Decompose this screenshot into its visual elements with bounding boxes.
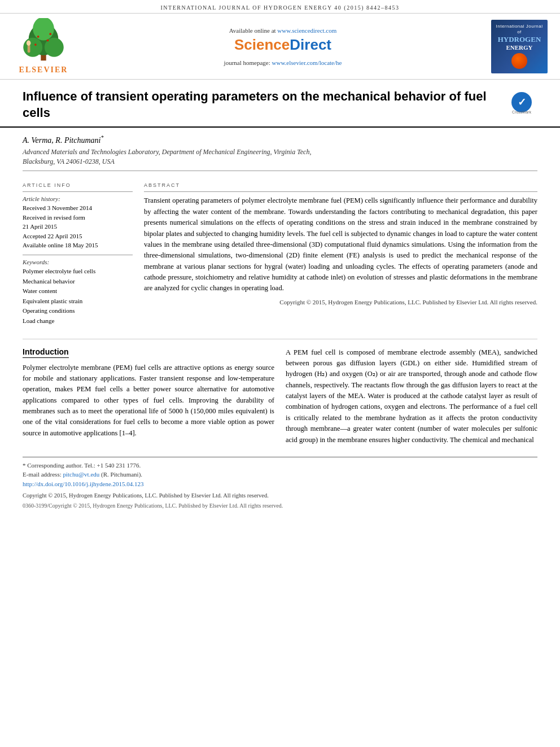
svg-point-9 <box>34 43 37 46</box>
footer-copyright: Copyright © 2015, Hydrogen Energy Public… <box>0 488 560 500</box>
authors-names: A. Verma, R. Pitchumani* <box>23 134 537 145</box>
keyword-6: Load change <box>23 316 133 326</box>
elsevier-logo-area: ELSEVIER <box>7 18 80 75</box>
keywords-label: Keywords: <box>23 259 133 265</box>
received-revised-date: 21 April 2015 <box>23 222 133 231</box>
received1: Received 3 November 2014 <box>23 203 133 213</box>
journal-badge: International Journal of HYDROGEN ENERGY <box>491 20 548 73</box>
sciencedirect-link[interactable]: www.sciencedirect.com <box>277 27 336 34</box>
abstract-text: Transient operating parameters of polyme… <box>144 195 537 294</box>
intro-left-text: Polymer electrolyte membrane (PEM) fuel … <box>23 362 274 439</box>
crossmark-icon: ✓ CrossMark <box>506 91 537 116</box>
footer-notes: * Corresponding author. Tel.: +1 540 231… <box>0 461 560 489</box>
abstract-col: ABSTRACT Transient operating parameters … <box>144 182 537 330</box>
available-online-date: Available online 18 May 2015 <box>23 241 133 250</box>
sciencedirect-logo-text: ScienceDirect <box>234 36 331 54</box>
homepage-line: journal homepage: www.elsevier.com/locat… <box>224 59 342 66</box>
elsevier-tree-icon <box>15 18 72 63</box>
banner-center: Available online at www.sciencedirect.co… <box>85 18 481 75</box>
corresponding-author-note: * Corresponding author. Tel.: +1 540 231… <box>23 461 537 470</box>
intro-left-col: Introduction Polymer electrolyte membran… <box>23 347 274 445</box>
article-history: Article history: Received 3 November 201… <box>23 195 133 250</box>
available-online-text: Available online at www.sciencedirect.co… <box>229 27 337 34</box>
received-revised-label: Received in revised form <box>23 213 133 222</box>
abstract-copyright: Copyright © 2015, Hydrogen Energy Public… <box>144 299 537 305</box>
badge-circle-icon <box>511 53 527 69</box>
footer-divider <box>23 457 537 457</box>
article-title: Influence of transient operating paramet… <box>23 89 501 121</box>
svg-point-6 <box>27 41 31 46</box>
introduction-title: Introduction <box>23 347 69 358</box>
badge-energy: ENERGY <box>506 44 532 51</box>
homepage-link[interactable]: www.elsevier.com/locate/he <box>272 59 342 66</box>
authors-area: A. Verma, R. Pitchumani* Advanced Materi… <box>0 128 560 176</box>
email-note: E-mail address: pitchu@vt.edu (R. Pitchu… <box>23 470 537 479</box>
author-email-link[interactable]: pitchu@vt.edu <box>63 471 99 478</box>
article-info-label: ARTICLE INFO <box>23 182 133 188</box>
affiliation-divider <box>23 171 537 171</box>
intro-right-col: A PEM fuel cell is composed of membrane … <box>286 347 537 445</box>
badge-hydrogen: HYDROGEN <box>498 35 541 44</box>
author-asterisk: * <box>100 134 103 141</box>
svg-point-2 <box>23 38 42 57</box>
keyword-3: Water content <box>23 286 133 296</box>
keyword-5: Operating conditions <box>23 306 133 316</box>
introduction-section: Introduction Polymer electrolyte membran… <box>0 347 560 445</box>
abstract-top-divider <box>144 191 537 192</box>
publisher-banner: ELSEVIER Available online at www.science… <box>0 13 560 80</box>
keyword-2: Mechanical behavior <box>23 277 133 287</box>
intro-right-text: A PEM fuel cell is composed of membrane … <box>286 347 537 445</box>
abstract-label: ABSTRACT <box>144 182 537 188</box>
elsevier-logo: ELSEVIER <box>15 18 72 75</box>
info-abstract-section: ARTICLE INFO Article history: Received 3… <box>0 176 560 330</box>
svg-point-10 <box>49 33 51 35</box>
keyword-4: Equivalent plastic strain <box>23 296 133 307</box>
affiliation: Advanced Materials and Technologies Labo… <box>23 147 537 167</box>
svg-text:CrossMark: CrossMark <box>512 110 531 114</box>
journal-header: INTERNATIONAL JOURNAL OF HYDROGEN ENERGY… <box>0 0 560 13</box>
svg-point-7 <box>37 36 40 38</box>
keywords-section: Keywords: Polymer electrolyte fuel cells… <box>23 259 133 326</box>
article-info-col: ARTICLE INFO Article history: Received 3… <box>23 182 133 330</box>
history-label: Article history: <box>23 195 133 202</box>
doi-link[interactable]: http://dx.doi.org/10.1016/j.ijhydene.201… <box>23 480 144 487</box>
doi-line: http://dx.doi.org/10.1016/j.ijhydene.201… <box>23 479 537 489</box>
badge-title-line1: International Journal of <box>495 24 544 36</box>
info-top-divider <box>23 191 133 192</box>
accepted-date: Accepted 22 April 2015 <box>23 231 133 241</box>
article-title-area: Influence of transient operating paramet… <box>0 80 560 128</box>
elsevier-brand-text: ELSEVIER <box>19 65 68 75</box>
journal-badge-area: International Journal of HYDROGEN ENERGY <box>485 18 553 75</box>
keyword-1: Polymer electrolyte fuel cells <box>23 267 133 277</box>
issn-line: 0360-3199/Copyright © 2015, Hydrogen Ene… <box>0 500 560 514</box>
svg-point-4 <box>33 18 54 41</box>
info-mid-divider <box>23 255 133 255</box>
svg-point-8 <box>47 40 49 42</box>
section-divider <box>23 339 537 339</box>
svg-rect-5 <box>28 45 30 53</box>
svg-text:✓: ✓ <box>518 97 526 108</box>
